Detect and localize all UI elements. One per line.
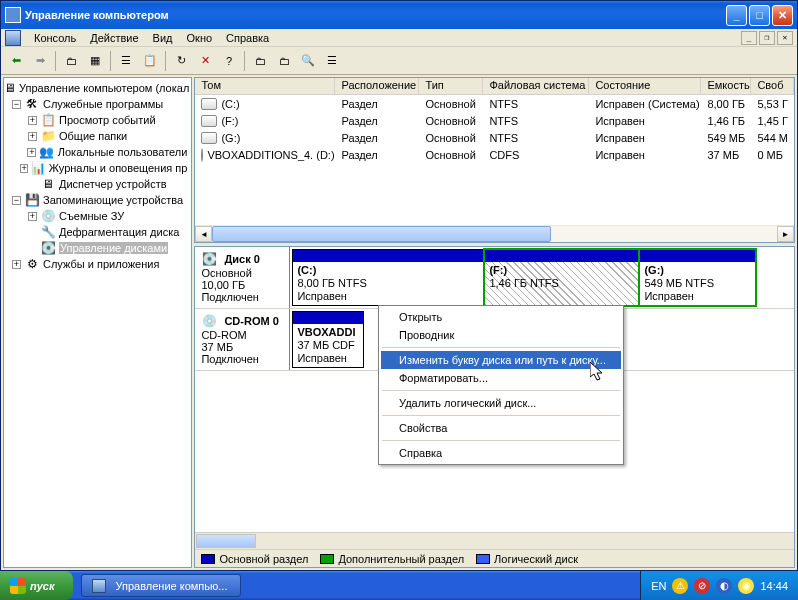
delete-button[interactable]: ✕ <box>194 50 216 72</box>
scroll-right-button[interactable]: ► <box>777 226 794 242</box>
start-button[interactable]: пуск <box>0 571 73 600</box>
mdi-minimize[interactable]: _ <box>741 31 757 45</box>
col-volume[interactable]: Том <box>195 78 335 94</box>
list-row[interactable]: VBOXADDITIONS_4. (D:)РазделОсновнойCDFSИ… <box>195 146 794 163</box>
list-row[interactable]: (G:)РазделОсновнойNTFSИсправен549 МБ544 … <box>195 129 794 146</box>
scroll-left-button[interactable]: ◄ <box>195 226 212 242</box>
taskbar-app-button[interactable]: Управление компью... <box>81 574 241 597</box>
menu-delete[interactable]: Удалить логический диск... <box>381 394 621 412</box>
tree-logs[interactable]: Журналы и оповещения пр <box>49 162 188 174</box>
close-button[interactable]: ✕ <box>772 5 793 26</box>
menu-help[interactable]: Справка <box>381 444 621 462</box>
volume-list[interactable]: Том Расположение Тип Файловая система Со… <box>194 77 795 243</box>
menu-explorer[interactable]: Проводник <box>381 326 621 344</box>
partition[interactable]: (C:)8,00 ГБ NTFSИсправен <box>292 249 484 306</box>
menu-help[interactable]: Справка <box>219 30 276 46</box>
tree-shared[interactable]: Общие папки <box>59 130 127 142</box>
tree-utilities[interactable]: Служебные программы <box>43 98 163 110</box>
title-bar[interactable]: Управление компьютером _ □ ✕ <box>1 1 797 29</box>
expand-icon[interactable]: + <box>20 164 27 173</box>
tree-services[interactable]: Службы и приложения <box>43 258 159 270</box>
col-status[interactable]: Состояние <box>589 78 701 94</box>
menu-format[interactable]: Форматировать... <box>381 369 621 387</box>
col-free[interactable]: Своб <box>751 78 794 94</box>
disk0-status: Подключен <box>201 291 283 303</box>
tree-users[interactable]: Локальные пользователи <box>58 146 188 158</box>
expand-icon[interactable]: + <box>28 132 37 141</box>
disk-info[interactable]: 💽Диск 0 Основной 10,00 ГБ Подключен <box>195 247 290 308</box>
menu-change-letter[interactable]: Изменить букву диска или путь к диску... <box>381 351 621 369</box>
tree-disk-mgmt[interactable]: Управление дисками <box>59 242 168 254</box>
cdrom-part-status: Исправен <box>297 352 347 364</box>
scroll-track[interactable] <box>212 226 777 242</box>
tree-removable[interactable]: Съемные ЗУ <box>59 210 124 222</box>
cdrom-type: CD-ROM <box>201 329 283 341</box>
tree-devices[interactable]: Диспетчер устройств <box>59 178 167 190</box>
col-layout[interactable]: Расположение <box>335 78 419 94</box>
event-icon: 📋 <box>40 112 56 128</box>
tray-icon[interactable]: ◐ <box>716 578 732 594</box>
tree-defrag[interactable]: Дефрагментация диска <box>59 226 179 238</box>
expand-icon[interactable]: + <box>28 116 37 125</box>
collapse-icon[interactable]: − <box>12 100 21 109</box>
tray-security-icon[interactable]: ⊘ <box>694 578 710 594</box>
partition[interactable]: (F:)1,46 ГБ NTFS <box>484 249 639 306</box>
tree-root[interactable]: Управление компьютером (локал <box>19 82 189 94</box>
tree-storage[interactable]: Запоминающие устройства <box>43 194 183 206</box>
mdi-icon[interactable] <box>5 30 21 46</box>
menu-action[interactable]: Действие <box>83 30 145 46</box>
mdi-restore[interactable]: ❐ <box>759 31 775 45</box>
expand-icon[interactable]: + <box>28 212 37 221</box>
expand-icon[interactable]: + <box>12 260 21 269</box>
windows-logo-icon <box>10 578 26 594</box>
tray-icon-2[interactable]: ◉ <box>738 578 754 594</box>
maximize-button[interactable]: □ <box>749 5 770 26</box>
tree-events[interactable]: Просмотр событий <box>59 114 156 126</box>
back-button[interactable]: ⬅ <box>5 50 27 72</box>
legend: Основной раздел Дополнительный раздел Ло… <box>195 549 794 567</box>
tree-view[interactable]: 🖥Управление компьютером (локал −🛠Служебн… <box>3 77 192 568</box>
h-scrollbar[interactable]: ◄ ► <box>195 225 794 242</box>
menu-view[interactable]: Вид <box>146 30 180 46</box>
collapse-icon[interactable]: − <box>12 196 21 205</box>
show-hide-button[interactable]: ▦ <box>84 50 106 72</box>
minimize-button[interactable]: _ <box>726 5 747 26</box>
expand-icon[interactable]: + <box>27 148 36 157</box>
cdrom-size: 37 МБ <box>201 341 283 353</box>
tb-btn-1[interactable]: 🗀 <box>249 50 271 72</box>
menu-window[interactable]: Окно <box>180 30 220 46</box>
mdi-close[interactable]: ✕ <box>777 31 793 45</box>
language-indicator[interactable]: EN <box>651 580 666 592</box>
cdrom-info[interactable]: 💿CD-ROM 0 CD-ROM 37 МБ Подключен <box>195 309 290 370</box>
tray-shield-icon[interactable]: ⚠ <box>672 578 688 594</box>
menu-open[interactable]: Открыть <box>381 308 621 326</box>
clock[interactable]: 14:44 <box>760 580 788 592</box>
legend-extended: Дополнительный раздел <box>338 553 464 565</box>
tb-btn-3[interactable]: 🔍 <box>297 50 319 72</box>
tb-btn-2[interactable]: 🗀 <box>273 50 295 72</box>
cdrom-partition[interactable]: VBOXADDI 37 МБ CDF Исправен <box>292 311 364 368</box>
list-row[interactable]: (C:)РазделОсновнойNTFSИсправен (Система)… <box>195 95 794 112</box>
bottom-scroll-thumb[interactable] <box>196 534 256 548</box>
list-row[interactable]: (F:)РазделОсновнойNTFSИсправен1,46 ГБ1,4… <box>195 112 794 129</box>
menu-properties[interactable]: Свойства <box>381 419 621 437</box>
forward-button[interactable]: ➡ <box>29 50 51 72</box>
cdrom-part-info: 37 МБ CDF <box>297 339 354 351</box>
system-tray[interactable]: EN ⚠ ⊘ ◐ ◉ 14:44 <box>640 571 798 600</box>
logs-icon: 📊 <box>31 160 46 176</box>
export-button[interactable]: 📋 <box>139 50 161 72</box>
up-button[interactable]: 🗀 <box>60 50 82 72</box>
device-icon: 🖥 <box>40 176 56 192</box>
help-button[interactable]: ? <box>218 50 240 72</box>
col-capacity[interactable]: Емкость <box>701 78 751 94</box>
properties-button[interactable]: ☰ <box>115 50 137 72</box>
partition[interactable]: (G:)549 МБ NTFSИсправен <box>639 249 756 306</box>
col-type[interactable]: Тип <box>419 78 483 94</box>
tb-btn-4[interactable]: ☰ <box>321 50 343 72</box>
refresh-button[interactable]: ↻ <box>170 50 192 72</box>
scroll-thumb[interactable] <box>212 226 551 242</box>
menu-console[interactable]: Консоль <box>27 30 83 46</box>
taskbar[interactable]: пуск Управление компью... EN ⚠ ⊘ ◐ ◉ 14:… <box>0 571 798 600</box>
col-fs[interactable]: Файловая система <box>483 78 589 94</box>
disk0-size: 10,00 ГБ <box>201 279 283 291</box>
